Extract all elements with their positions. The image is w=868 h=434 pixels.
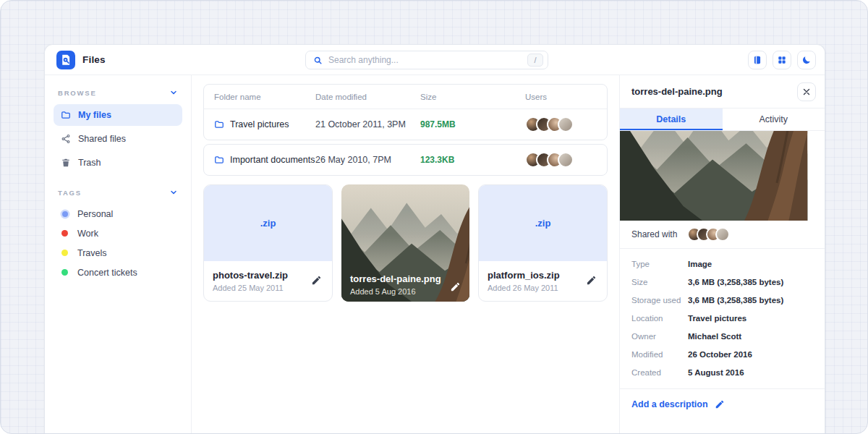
files-app-window: Files /	[44, 44, 825, 434]
tag-item-personal[interactable]: Personal	[54, 204, 182, 224]
file-added-date: Added 26 May 2011	[488, 284, 560, 292]
zip-badge: .zip	[535, 218, 551, 229]
file-name: photos-travel.zip	[213, 270, 288, 281]
folder-size: 123.3KB	[420, 155, 525, 165]
folder-name: Important documents	[230, 155, 315, 165]
detail-row-owner: Owner Michael Scott	[631, 327, 813, 345]
sidebar-item-label: Shared files	[78, 134, 126, 144]
tag-label: Work	[77, 229, 98, 239]
column-header-date-modified: Date modified	[315, 93, 420, 101]
tag-label: Travels	[77, 248, 107, 258]
pencil-icon	[586, 275, 597, 286]
trash-icon	[61, 158, 71, 168]
avatar	[715, 227, 730, 242]
folder-size: 987.5MB	[420, 119, 525, 129]
tags-section-header[interactable]: TAGS	[54, 184, 182, 204]
shared-with-label: Shared with	[631, 229, 677, 239]
table-row-travel-pictures[interactable]: Travel pictures 21 October 2011, 3PM 987…	[204, 109, 607, 140]
sidebar-item-shared-files[interactable]: Shared files	[54, 128, 182, 150]
details-panel: torres-del-paine.png Details Activity S	[619, 75, 825, 434]
file-card-platform-ios-zip[interactable]: .zip platform_ios.zip Added 26 May 2011	[478, 184, 608, 302]
moon-icon	[801, 55, 812, 65]
tags-section: TAGS Personal Work Travels	[54, 184, 182, 282]
zip-preview: .zip	[204, 185, 332, 261]
sidebar-item-my-files[interactable]: My files	[54, 104, 182, 126]
detail-row-storage-used: Storage used 3,6 MB (3,258,385 bytes)	[631, 291, 813, 309]
files-logo-icon	[56, 51, 75, 69]
tag-label: Concert tickets	[77, 268, 137, 278]
add-description-button[interactable]: Add a description	[620, 389, 825, 420]
app-brand: Files	[45, 51, 106, 69]
search-input[interactable]	[328, 55, 522, 65]
grid-view-button[interactable]	[773, 51, 791, 69]
library-icon	[752, 55, 762, 65]
table-header-row: Folder name Date modified Size Users	[204, 85, 607, 109]
tags-label: TAGS	[58, 189, 82, 197]
shared-user-avatars	[687, 227, 730, 242]
app-title: Files	[82, 54, 106, 65]
date-modified: 26 May 2010, 7PM	[315, 155, 420, 165]
tab-details[interactable]: Details	[620, 109, 723, 130]
file-name: torres-del-paine.png	[350, 273, 441, 284]
detail-row-size: Size 3,6 MB (3,258,385 bytes)	[631, 273, 813, 291]
avatar	[558, 152, 574, 168]
grid-view-icon	[777, 55, 787, 65]
search-shortcut-badge: /	[527, 54, 543, 67]
tag-item-work[interactable]: Work	[54, 224, 182, 243]
file-card-torres-del-paine-png[interactable]: torres-del-paine.png Added 5 Aug 2016	[341, 184, 469, 302]
column-header-folder-name: Folder name	[214, 93, 315, 101]
date-modified: 21 October 2011, 3PM	[315, 119, 420, 129]
sidebar-item-trash[interactable]: Trash	[54, 152, 182, 174]
edit-file-button[interactable]	[584, 273, 598, 289]
detail-row-created: Created 5 August 2016	[631, 363, 813, 381]
panel-preview-image	[620, 131, 825, 221]
file-cards-row: .zip photos-travel.zip Added 25 May 2011	[203, 184, 608, 302]
share-icon	[61, 134, 71, 144]
dark-mode-toggle[interactable]	[797, 51, 816, 69]
tag-color-dot	[61, 250, 68, 256]
topbar-actions	[748, 51, 816, 69]
tag-color-dot	[61, 269, 68, 276]
edit-file-button[interactable]	[448, 280, 462, 296]
file-card-photos-travel-zip[interactable]: .zip photos-travel.zip Added 25 May 2011	[203, 184, 333, 302]
close-icon	[801, 87, 812, 97]
folders-table-row-card: Important documents 26 May 2010, 7PM 123…	[203, 144, 608, 176]
file-added-date: Added 5 Aug 2016	[350, 287, 441, 296]
folder-icon	[214, 119, 224, 129]
detail-row-location: Location Travel pictures	[631, 309, 813, 327]
main-content: Folder name Date modified Size Users Tra…	[192, 75, 619, 434]
search-icon	[313, 56, 323, 65]
file-added-date: Added 25 May 2011	[213, 284, 288, 292]
tag-label: Personal	[77, 209, 113, 219]
tag-item-concert-tickets[interactable]: Concert tickets	[54, 263, 182, 282]
edit-file-button[interactable]	[310, 273, 323, 289]
panel-file-title: torres-del-paine.png	[631, 86, 723, 97]
library-button[interactable]	[748, 51, 767, 69]
search-bar[interactable]: /	[305, 51, 548, 69]
zip-badge: .zip	[260, 218, 276, 229]
zip-preview: .zip	[479, 185, 607, 261]
detail-row-modified: Modified 26 October 2016	[631, 345, 813, 363]
sidebar-item-label: My files	[78, 110, 111, 120]
tag-item-travels[interactable]: Travels	[54, 243, 182, 263]
file-name: platform_ios.zip	[488, 270, 560, 281]
shared-with-row: Shared with	[620, 221, 825, 249]
panel-tabs: Details Activity	[620, 109, 825, 131]
column-header-users: Users	[525, 93, 597, 101]
folder-icon	[61, 110, 71, 120]
avatar	[558, 116, 574, 132]
table-row-important-documents[interactable]: Important documents 26 May 2010, 7PM 123…	[204, 145, 607, 175]
sidebar: BROWSE My files Shared files	[45, 75, 192, 434]
user-avatars	[525, 116, 597, 132]
chevron-down-icon[interactable]	[169, 188, 178, 197]
folder-name: Travel pictures	[230, 119, 289, 129]
pencil-icon	[311, 275, 322, 286]
folders-table: Folder name Date modified Size Users Tra…	[203, 84, 608, 140]
tag-color-dot	[61, 230, 68, 237]
chevron-down-icon[interactable]	[169, 88, 178, 97]
browse-section-header[interactable]: BROWSE	[54, 84, 182, 104]
close-panel-button[interactable]	[797, 82, 816, 101]
top-bar: Files /	[45, 45, 825, 75]
pencil-icon	[715, 399, 725, 409]
tab-activity[interactable]: Activity	[723, 109, 825, 130]
